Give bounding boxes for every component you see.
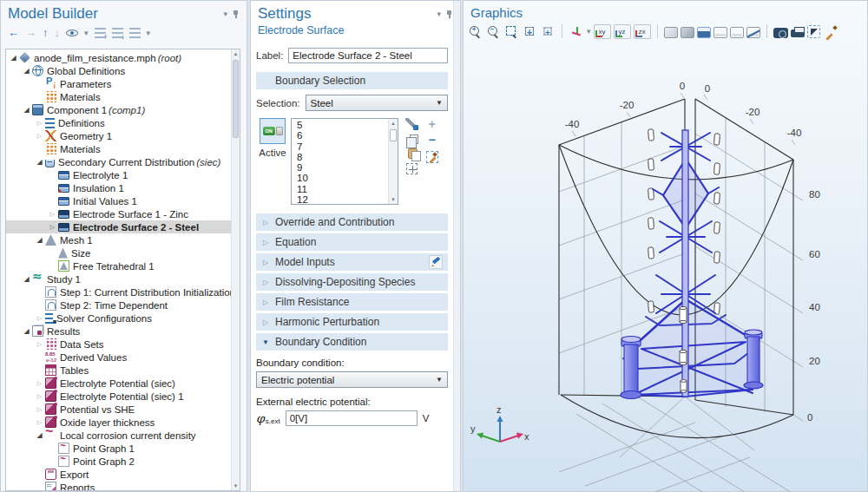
tree-scrollbar[interactable]: ▲ ▼ xyxy=(231,49,240,490)
tree-item[interactable]: ◢Component 1(comp1) xyxy=(6,103,231,116)
external-potential-input[interactable] xyxy=(286,410,418,426)
tree-item[interactable]: Size xyxy=(6,246,231,259)
tree-item[interactable]: Parameters xyxy=(6,77,231,90)
list-scrollbar-thumb[interactable] xyxy=(390,129,397,141)
tree-item[interactable]: ◢Study 1 xyxy=(6,272,231,285)
tree-grouping-icon[interactable] xyxy=(129,28,141,38)
selection-dropdown[interactable]: Steel ▼ xyxy=(306,95,448,111)
collapse-expander-icon[interactable]: ◢ xyxy=(22,327,31,335)
panel-menu-icon[interactable]: ▾ xyxy=(223,10,227,17)
tree-item[interactable]: ◢Results xyxy=(6,325,231,338)
collapse-expander-icon[interactable]: ◢ xyxy=(9,54,18,62)
pin-icon[interactable] xyxy=(233,10,240,18)
boundary-condition-dropdown[interactable]: Electric potential ▼ xyxy=(256,371,448,388)
tree-item[interactable]: ◢Secondary Current Distribution(siec) xyxy=(6,155,231,168)
collapse-expander-icon[interactable]: ◢ xyxy=(35,236,44,244)
section-override-and-contribution[interactable]: ▷Override and Contribution xyxy=(256,213,448,231)
expand-section-icon[interactable]: ▷ xyxy=(256,279,275,286)
selection-list-item[interactable]: 11 xyxy=(292,184,388,194)
tree-item[interactable]: ▷Potential vs SHE xyxy=(6,403,231,416)
collapse-section-icon[interactable]: ▼ xyxy=(256,338,275,346)
collapse-expander-icon[interactable]: ◢ xyxy=(22,106,31,114)
tree-item[interactable]: Step 2: Time Dependent xyxy=(6,298,231,312)
tree-item[interactable]: Materials xyxy=(6,142,231,155)
expand-expander-icon[interactable]: ▷ xyxy=(48,211,57,218)
select-box-icon[interactable] xyxy=(807,25,820,38)
tree-item[interactable]: Reports xyxy=(6,481,231,491)
tree-scrollbar-thumb[interactable] xyxy=(233,60,239,138)
section-boundary-selection[interactable]: Boundary Selection xyxy=(256,72,448,89)
selection-list-item[interactable]: 10 xyxy=(292,173,388,183)
zoom-box-icon[interactable] xyxy=(503,23,519,39)
clear-selection-icon[interactable] xyxy=(426,151,438,163)
transparency-icon[interactable] xyxy=(746,27,760,38)
selection-list-item[interactable]: 12 xyxy=(292,194,388,205)
tree-item[interactable]: ▷Electrolyte Potential (siec) 1 xyxy=(6,390,231,403)
zoom-out-icon[interactable]: − xyxy=(485,23,501,39)
list-scrollbar[interactable]: ▲ ▼ xyxy=(388,119,398,204)
tree-item[interactable]: ◢Global Definitions xyxy=(6,64,231,77)
expand-expander-icon[interactable]: ▷ xyxy=(35,393,44,400)
graphics-canvas[interactable]: 0 0 -20 -40 -20 -40 80 60 40 20 0 z y x xyxy=(464,49,868,492)
tree-item[interactable]: ▷Electrode Surface 2 - Steel xyxy=(6,220,231,233)
tree-item[interactable]: Electrolyte 1 xyxy=(6,168,231,181)
tree-item[interactable]: ▷Electrolyte Potential (siec) xyxy=(6,377,231,390)
tree-item[interactable]: ▷Definitions xyxy=(6,116,231,129)
selection-list-item[interactable]: 8 xyxy=(292,152,388,162)
zoom-in-icon[interactable]: + xyxy=(467,23,483,39)
tree-item[interactable]: ◢anode_film_resistance.mph(root) xyxy=(6,51,231,64)
scroll-down-icon[interactable]: ▼ xyxy=(389,195,398,204)
tree-item[interactable]: Insulation 1 xyxy=(6,181,231,194)
collapse-expander-icon[interactable]: ◢ xyxy=(22,67,31,75)
edit-icon[interactable] xyxy=(429,255,443,269)
selection-list-item[interactable]: 7 xyxy=(292,141,388,152)
collapse-expander-icon[interactable]: ◢ xyxy=(22,275,31,283)
collapse-node-icon[interactable] xyxy=(112,28,123,38)
view-zx-button[interactable]: zx xyxy=(634,24,651,39)
scroll-down-icon[interactable]: ▼ xyxy=(232,482,240,490)
expand-expander-icon[interactable]: ▷ xyxy=(48,224,57,231)
expand-section-icon[interactable]: ▷ xyxy=(256,239,275,246)
section-harmonic-perturbation[interactable]: ▷Harmonic Perturbation xyxy=(256,313,448,331)
back-icon[interactable]: ← xyxy=(8,27,19,39)
tree-item[interactable]: ▷Data Sets xyxy=(6,338,231,351)
tree-item[interactable]: Materials xyxy=(6,90,231,103)
tree-item[interactable]: ▷Geometry 1 xyxy=(6,129,231,142)
clear-selection-icon[interactable] xyxy=(823,24,838,40)
zoom-to-selection-icon[interactable] xyxy=(541,24,555,38)
scene-render-icon[interactable] xyxy=(681,27,694,38)
tree-grouping-menu-icon[interactable]: ▾ xyxy=(147,30,151,36)
create-selection-icon[interactable] xyxy=(405,118,418,130)
expand-expander-icon[interactable]: ▷ xyxy=(35,380,44,387)
panel-menu-icon[interactable]: ▾ xyxy=(437,10,441,17)
remove-icon[interactable]: − xyxy=(425,134,438,147)
show-icon[interactable] xyxy=(66,30,78,36)
zoom-extents-icon[interactable] xyxy=(522,23,537,39)
view-xy-button[interactable]: xy xyxy=(594,24,611,39)
section-boundary-condition[interactable]: ▼Boundary Condition xyxy=(256,333,448,351)
default-view-icon[interactable] xyxy=(569,23,584,39)
scroll-up-icon[interactable]: ▲ xyxy=(232,49,240,58)
copy-icon[interactable] xyxy=(410,134,418,144)
expand-section-icon[interactable]: ▷ xyxy=(256,259,275,266)
outline-icon[interactable] xyxy=(730,27,744,38)
tree-item[interactable]: ◢Mesh 1 xyxy=(6,233,231,246)
tree-item[interactable]: Point Graph 1 xyxy=(6,442,231,455)
selection-list-item[interactable]: 5 xyxy=(292,120,388,130)
tree-item[interactable]: Initial Values 1 xyxy=(6,194,231,207)
active-toggle[interactable]: ON xyxy=(260,118,286,144)
expand-expander-icon[interactable]: ▷ xyxy=(35,341,44,348)
section-model-inputs[interactable]: ▷Model Inputs xyxy=(256,253,448,271)
tree-item[interactable]: ▷Solver Configurations xyxy=(6,312,231,325)
tree-item[interactable]: Point Graph 2 xyxy=(6,455,231,468)
view-yz-button[interactable]: yz xyxy=(614,24,631,39)
boundary-selection-list[interactable]: 56789101112 ▲ ▼ xyxy=(291,118,398,205)
zoom-to-selection-icon[interactable] xyxy=(406,163,418,174)
collapse-expander-icon[interactable]: ◢ xyxy=(35,158,44,166)
tree-item[interactable]: Export xyxy=(6,468,231,481)
expand-node-icon[interactable] xyxy=(95,28,106,38)
paste-icon[interactable] xyxy=(408,148,418,159)
print-icon[interactable] xyxy=(791,30,805,37)
scroll-up-icon[interactable]: ▲ xyxy=(389,119,398,128)
move-up-icon[interactable]: ↑ xyxy=(43,27,49,39)
